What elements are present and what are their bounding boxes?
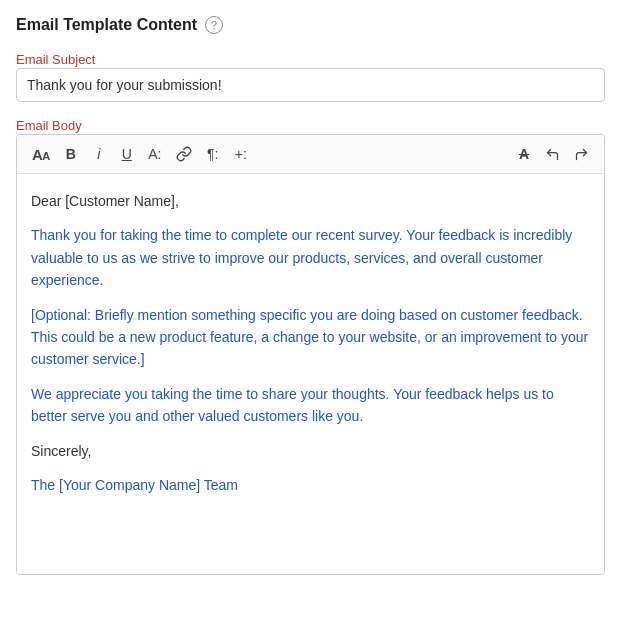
paragraph-4: We appreciate you taking the time to sha…	[31, 383, 590, 428]
clear-format-icon: A	[519, 146, 529, 162]
font-size-button[interactable]: AA	[27, 141, 55, 167]
redo-button[interactable]	[569, 141, 594, 167]
email-body-wrapper: AA B i U A: ¶: +: A	[16, 134, 605, 575]
paragraph-2: Thank you for taking the time to complet…	[31, 224, 590, 291]
font-color-button[interactable]: A:	[143, 141, 167, 167]
font-size-icon: AA	[32, 146, 50, 163]
undo-icon	[545, 147, 560, 162]
insert-button[interactable]: +:	[229, 141, 253, 167]
undo-button[interactable]	[540, 141, 565, 167]
body-content[interactable]: Dear [Customer Name], Thank you for taki…	[17, 174, 604, 574]
page-header: Email Template Content ?	[16, 16, 605, 34]
subject-input[interactable]	[16, 68, 605, 102]
paragraph-6: The [Your Company Name] Team	[31, 474, 590, 496]
link-icon	[176, 146, 192, 162]
toolbar: AA B i U A: ¶: +: A	[17, 135, 604, 174]
paragraph-button[interactable]: ¶:	[201, 141, 225, 167]
bold-button[interactable]: B	[59, 141, 83, 167]
paragraph-3: [Optional: Briefly mention something spe…	[31, 304, 590, 371]
underline-button[interactable]: U	[115, 141, 139, 167]
paragraph-5: Sincerely,	[31, 440, 590, 462]
redo-icon	[574, 147, 589, 162]
body-label: Email Body	[16, 118, 82, 133]
link-button[interactable]	[171, 141, 197, 167]
page-title: Email Template Content	[16, 16, 197, 34]
paragraph-1: Dear [Customer Name],	[31, 190, 590, 212]
subject-label: Email Subject	[16, 52, 95, 67]
clear-format-button[interactable]: A	[512, 141, 536, 167]
italic-button[interactable]: i	[87, 141, 111, 167]
help-icon[interactable]: ?	[205, 16, 223, 34]
